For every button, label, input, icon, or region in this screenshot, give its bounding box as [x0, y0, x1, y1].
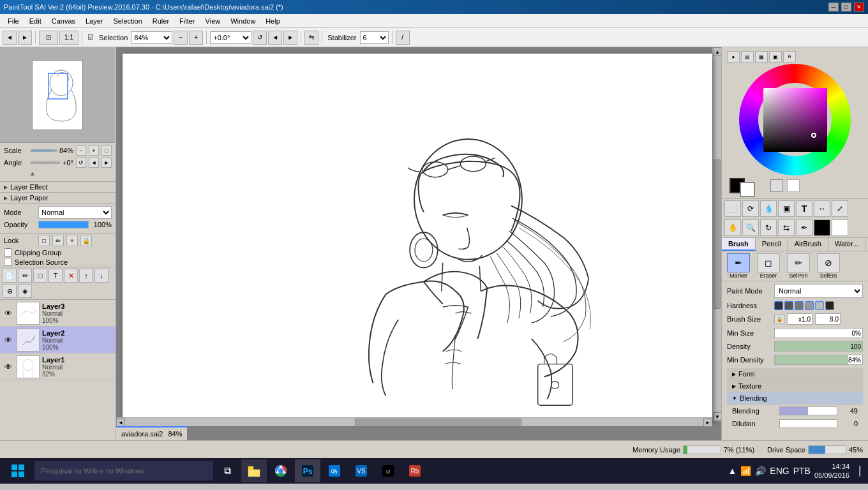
- texture-section[interactable]: ▶ Texture: [727, 380, 863, 392]
- white-swatch[interactable]: [787, 179, 800, 192]
- scroll-left-arrow[interactable]: ◄: [116, 418, 125, 427]
- zoom-minus-btn[interactable]: −: [174, 31, 188, 45]
- brush-tool-eraser[interactable]: ◻ Eraser: [754, 253, 782, 279]
- move-up-btn[interactable]: ↑: [79, 269, 93, 283]
- canvas-container[interactable]: [123, 54, 712, 421]
- task-view-btn[interactable]: ⧉: [214, 459, 240, 482]
- dilution-bar[interactable]: [779, 419, 837, 428]
- color-mode-wheel[interactable]: ●: [727, 51, 740, 63]
- zoom-tool[interactable]: 🔍: [742, 219, 759, 236]
- menu-layer[interactable]: Layer: [80, 14, 108, 27]
- scroll-down-arrow[interactable]: ▼: [713, 412, 721, 421]
- hardness-5[interactable]: [815, 301, 824, 310]
- layer-item-3[interactable]: 👁 Layer3 Normal 100%: [0, 300, 116, 327]
- scale-minus[interactable]: −: [76, 145, 86, 156]
- new-layer-btn[interactable]: 📄: [3, 269, 17, 283]
- flip-btn[interactable]: ⇆: [304, 31, 318, 45]
- min-size-bar[interactable]: 0%: [774, 328, 863, 338]
- clipping-group-cb[interactable]: [4, 248, 12, 256]
- maximize-btn[interactable]: □: [841, 3, 851, 11]
- hardness-1[interactable]: [774, 301, 783, 310]
- close-btn[interactable]: ✕: [854, 3, 864, 11]
- horizontal-scrollbar[interactable]: ◄ ►: [116, 417, 712, 426]
- paint-mode-select[interactable]: Normal: [774, 284, 863, 298]
- back-btn[interactable]: ◄: [3, 31, 17, 45]
- min-density-bar[interactable]: 84%: [774, 355, 863, 365]
- select-lasso-tool[interactable]: ⟳: [742, 200, 759, 217]
- tray-volume[interactable]: 🔊: [755, 466, 766, 476]
- select-rect-tool[interactable]: ⬜: [724, 200, 741, 217]
- color-picker-tool[interactable]: 💧: [760, 200, 777, 217]
- hardness-2[interactable]: [784, 301, 793, 310]
- vscode-btn[interactable]: VS: [348, 459, 374, 482]
- vertical-scrollbar[interactable]: ▲ ▼: [712, 47, 721, 421]
- menu-view[interactable]: View: [200, 14, 226, 27]
- menu-ruler[interactable]: Ruler: [147, 14, 174, 27]
- menu-filter[interactable]: Filter: [174, 14, 200, 27]
- move-down-btn[interactable]: ↓: [94, 269, 108, 283]
- selection-source-cb[interactable]: [4, 258, 12, 266]
- menu-window[interactable]: Window: [225, 14, 260, 27]
- hardness-4[interactable]: [805, 301, 814, 310]
- tray-up-arrow[interactable]: ▲: [728, 466, 737, 476]
- new-set-btn[interactable]: ✏: [18, 269, 32, 283]
- layer-paper-section[interactable]: ▶ Layer Paper: [0, 193, 116, 204]
- scale-slider[interactable]: [31, 149, 57, 152]
- lock-btn-3[interactable]: +: [66, 235, 78, 246]
- menu-file[interactable]: File: [3, 14, 24, 27]
- move-tool[interactable]: ↔: [814, 200, 830, 217]
- form-section[interactable]: ▶ Form: [727, 368, 863, 380]
- brush-tool-selers[interactable]: ⊘ SelErs: [814, 253, 842, 279]
- ruby-btn[interactable]: Rb: [402, 459, 428, 482]
- layer1-visibility[interactable]: 👁: [3, 361, 14, 373]
- menu-edit[interactable]: Edit: [24, 14, 47, 27]
- scroll-thumb-h[interactable]: [355, 419, 522, 426]
- start-button[interactable]: [3, 459, 33, 482]
- duplicate-layer-btn[interactable]: □: [33, 269, 47, 283]
- hand-tool[interactable]: ✋: [724, 219, 741, 236]
- brush-size-value[interactable]: [815, 313, 841, 325]
- scroll-thumb-v[interactable]: [714, 160, 721, 309]
- opacity-bar[interactable]: [38, 221, 89, 228]
- scale-max[interactable]: □: [101, 145, 112, 156]
- scroll-right-arrow[interactable]: ►: [703, 418, 712, 427]
- layer2-visibility[interactable]: 👁: [3, 334, 14, 346]
- tab-pencil[interactable]: Pencil: [756, 238, 788, 251]
- layer3-visibility[interactable]: 👁: [3, 308, 14, 319]
- zoom-select[interactable]: 84%: [131, 31, 172, 44]
- dropper-2-tool[interactable]: ✒: [796, 219, 812, 236]
- color-mode-5[interactable]: ⠿: [783, 51, 796, 63]
- scale-plus[interactable]: +: [89, 145, 99, 156]
- color-square[interactable]: [763, 88, 827, 152]
- angle-slider[interactable]: [31, 161, 60, 164]
- blending-section-header[interactable]: ▼ Blending: [727, 392, 863, 405]
- zoom-fit-btn[interactable]: ⊡: [39, 31, 58, 45]
- zoom-1-btn[interactable]: 1:1: [59, 31, 79, 45]
- lock-btn-2[interactable]: ✏: [52, 235, 64, 246]
- angle-reset-btn[interactable]: ↺: [253, 31, 267, 45]
- rotate-ccw-btn[interactable]: ◄: [268, 31, 282, 45]
- tab-water[interactable]: Water...: [828, 238, 866, 251]
- layer-item-2[interactable]: 👁 Layer2 Normal 100%: [0, 327, 116, 353]
- file-manager-btn[interactable]: [241, 459, 267, 482]
- layer-options-btn[interactable]: ⊕: [3, 284, 17, 298]
- menu-canvas[interactable]: Canvas: [47, 14, 80, 27]
- text-tool[interactable]: T: [796, 200, 812, 217]
- stabilizer-select[interactable]: 6: [360, 31, 389, 44]
- line-tool-btn[interactable]: /: [396, 31, 410, 45]
- layer-effect-section[interactable]: ▶ Layer Effect: [0, 182, 116, 193]
- photoshop-btn[interactable]: Ps: [295, 459, 320, 482]
- taskbar-search[interactable]: [34, 461, 213, 480]
- store-btn[interactable]: 🛍: [322, 459, 347, 482]
- color-mode-4[interactable]: ▣: [769, 51, 782, 63]
- delete-layer-btn[interactable]: ✕: [64, 269, 78, 283]
- white-swatch-2-tool[interactable]: [832, 219, 848, 236]
- menu-selection[interactable]: Selection: [108, 14, 147, 27]
- hardness-solid[interactable]: [825, 301, 834, 310]
- merge-layer-btn[interactable]: T: [49, 269, 63, 283]
- scroll-up-arrow[interactable]: ▲: [713, 47, 721, 56]
- hardness-3[interactable]: [795, 301, 804, 310]
- black-swatch-tool[interactable]: [814, 219, 830, 236]
- intellij-btn[interactable]: IJ: [375, 459, 401, 482]
- rotate-cw-btn[interactable]: ►: [283, 31, 297, 45]
